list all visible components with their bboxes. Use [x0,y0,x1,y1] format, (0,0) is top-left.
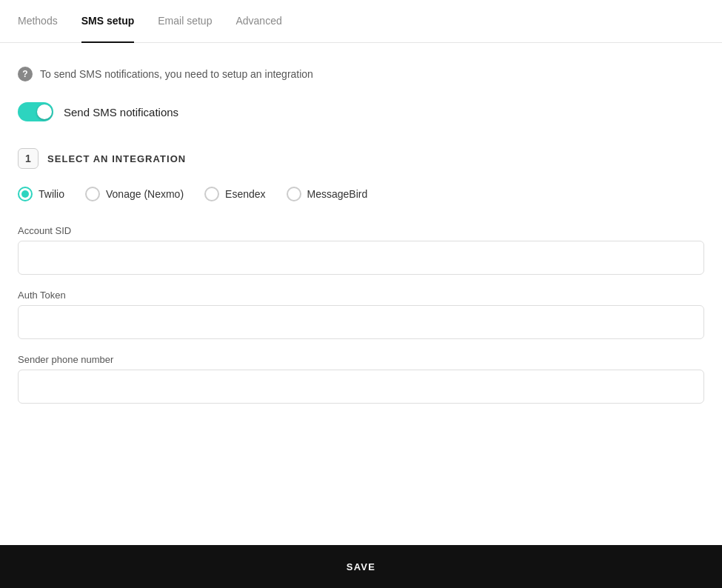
tab-email-setup[interactable]: Email setup [158,0,212,43]
radio-twilio-label: Twilio [39,188,64,200]
info-icon: ? [18,67,33,81]
account-sid-field: Account SID [18,225,704,275]
radio-vonage-label: Vonage (Nexmo) [106,188,184,200]
radio-esendex[interactable]: Esendex [204,187,265,201]
radio-twilio-inner [21,190,29,198]
auth-token-label: Auth Token [18,290,704,301]
sender-phone-label: Sender phone number [18,354,704,365]
auth-token-field: Auth Token [18,290,704,339]
tab-bar: Methods SMS setup Email setup Advanced [0,0,722,43]
info-text: To send SMS notifications, you need to s… [40,68,313,80]
radio-esendex-label: Esendex [225,188,265,200]
account-sid-input[interactable] [18,241,704,275]
sender-phone-input[interactable] [18,370,704,404]
sms-toggle-label: Send SMS notifications [64,106,178,118]
radio-twilio-outer [18,187,33,201]
sender-phone-field: Sender phone number [18,354,704,404]
save-bar: SAVE [0,545,722,588]
integration-radio-group: Twilio Vonage (Nexmo) Esendex MessageBir… [18,187,704,201]
radio-vonage-outer [85,187,100,201]
tab-sms-setup[interactable]: SMS setup [81,0,135,43]
toggle-track [18,102,53,121]
radio-vonage[interactable]: Vonage (Nexmo) [85,187,184,201]
save-button[interactable]: SAVE [0,545,722,588]
account-sid-label: Account SID [18,225,704,236]
toggle-thumb [37,104,52,119]
auth-token-input[interactable] [18,305,704,339]
sms-toggle[interactable] [18,102,53,121]
tab-methods[interactable]: Methods [18,0,58,43]
step-title: SELECT AN INTEGRATION [47,153,186,164]
step-header: 1 SELECT AN INTEGRATION [18,148,704,169]
radio-messagebird-outer [287,187,301,201]
radio-messagebird-label: MessageBird [307,188,368,200]
sms-toggle-row: Send SMS notifications [18,102,704,121]
main-content: ? To send SMS notifications, you need to… [0,43,722,442]
step-number: 1 [18,148,39,169]
radio-esendex-outer [204,187,219,201]
radio-twilio[interactable]: Twilio [18,187,64,201]
radio-messagebird[interactable]: MessageBird [287,187,368,201]
tab-advanced[interactable]: Advanced [235,0,281,43]
info-row: ? To send SMS notifications, you need to… [18,67,704,81]
